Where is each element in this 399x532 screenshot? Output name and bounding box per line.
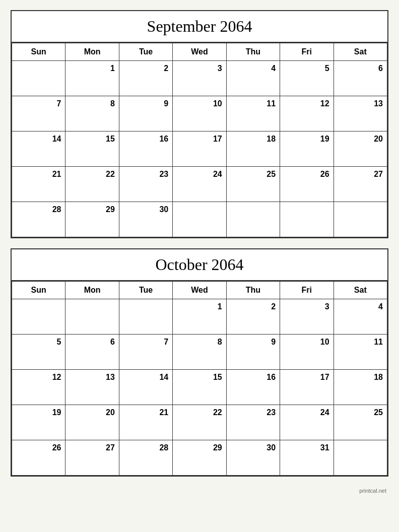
sep-day-cell: 19 (280, 131, 334, 167)
sep-day-cell (280, 202, 334, 237)
sep-day-cell: 4 (226, 61, 280, 96)
oct-week-5: 262728293031 (12, 440, 387, 476)
oct-header-tue: Tue (119, 282, 172, 299)
oct-header-sun: Sun (12, 282, 65, 299)
oct-day-cell: 21 (119, 405, 172, 440)
sep-day-cell (334, 202, 387, 237)
sep-header-fri: Fri (280, 43, 334, 61)
oct-day-cell: 22 (173, 405, 226, 440)
sep-week-3: 14151617181920 (12, 131, 387, 167)
oct-header-thu: Thu (226, 282, 280, 299)
sep-day-cell: 10 (173, 96, 226, 131)
oct-day-cell: 12 (12, 370, 65, 405)
sep-day-cell: 8 (65, 96, 119, 131)
oct-week-4: 19202122232425 (12, 405, 387, 440)
sep-day-cell (12, 61, 65, 96)
sep-day-cell: 25 (226, 167, 280, 202)
oct-day-cell: 11 (334, 335, 387, 370)
sep-day-cell: 24 (173, 167, 226, 202)
oct-week-2: 567891011 (12, 335, 387, 370)
sep-day-cell: 5 (280, 61, 334, 96)
sep-day-cell: 18 (226, 131, 280, 167)
sep-day-cell: 20 (334, 131, 387, 167)
sep-header-sat: Sat (334, 43, 387, 61)
sep-day-cell: 15 (65, 131, 119, 167)
oct-week-1: 1234 (12, 299, 387, 335)
sep-day-cell: 28 (12, 202, 65, 237)
sep-day-cell: 2 (119, 61, 172, 96)
sep-day-cell: 1 (65, 61, 119, 96)
sep-day-cell: 11 (226, 96, 280, 131)
oct-day-cell: 29 (173, 440, 226, 476)
oct-day-cell: 14 (119, 370, 172, 405)
sep-day-cell: 13 (334, 96, 387, 131)
oct-header-wed: Wed (173, 282, 226, 299)
oct-week-3: 12131415161718 (12, 370, 387, 405)
oct-day-cell: 2 (226, 299, 280, 335)
oct-day-cell: 3 (280, 299, 334, 335)
oct-day-cell: 10 (280, 335, 334, 370)
sep-header-sun: Sun (12, 43, 65, 61)
sep-header-wed: Wed (173, 43, 226, 61)
sep-day-cell: 29 (65, 202, 119, 237)
oct-day-cell: 28 (119, 440, 172, 476)
september-title: September 2064 (12, 11, 387, 43)
oct-day-cell (334, 440, 387, 476)
sep-day-cell: 21 (12, 167, 65, 202)
sep-day-cell: 6 (334, 61, 387, 96)
oct-day-cell: 20 (65, 405, 119, 440)
sep-day-cell: 23 (119, 167, 172, 202)
sep-day-cell: 30 (119, 202, 172, 237)
oct-day-cell: 8 (173, 335, 226, 370)
oct-day-cell: 4 (334, 299, 387, 335)
october-header-row: Sun Mon Tue Wed Thu Fri Sat (12, 282, 387, 299)
oct-day-cell: 6 (65, 335, 119, 370)
oct-day-cell: 24 (280, 405, 334, 440)
sep-day-cell: 22 (65, 167, 119, 202)
oct-day-cell: 15 (173, 370, 226, 405)
sep-day-cell: 27 (334, 167, 387, 202)
sep-week-5: 282930 (12, 202, 387, 237)
october-title: October 2064 (12, 249, 387, 281)
oct-header-sat: Sat (334, 282, 387, 299)
oct-day-cell (12, 299, 65, 335)
september-body: 1234567891011121314151617181920212223242… (12, 61, 387, 237)
sep-header-tue: Tue (119, 43, 172, 61)
watermark: printcal.net (11, 487, 388, 495)
sep-day-cell: 12 (280, 96, 334, 131)
september-calendar: September 2064 Sun Mon Tue Wed Thu Fri S… (11, 10, 388, 238)
oct-day-cell: 27 (65, 440, 119, 476)
oct-day-cell: 25 (334, 405, 387, 440)
sep-day-cell: 9 (119, 96, 172, 131)
oct-day-cell: 31 (280, 440, 334, 476)
sep-week-1: 123456 (12, 61, 387, 96)
sep-week-2: 78910111213 (12, 96, 387, 131)
sep-day-cell (173, 202, 226, 237)
sep-day-cell: 3 (173, 61, 226, 96)
oct-day-cell: 17 (280, 370, 334, 405)
oct-day-cell: 1 (173, 299, 226, 335)
oct-day-cell: 18 (334, 370, 387, 405)
oct-day-cell: 19 (12, 405, 65, 440)
sep-week-4: 21222324252627 (12, 167, 387, 202)
sep-day-cell: 16 (119, 131, 172, 167)
september-grid: Sun Mon Tue Wed Thu Fri Sat 123456789101… (12, 43, 387, 237)
october-grid: Sun Mon Tue Wed Thu Fri Sat 123456789101… (12, 281, 387, 476)
oct-day-cell: 5 (12, 335, 65, 370)
oct-day-cell: 26 (12, 440, 65, 476)
sep-day-cell: 17 (173, 131, 226, 167)
oct-day-cell (119, 299, 172, 335)
september-header-row: Sun Mon Tue Wed Thu Fri Sat (12, 43, 387, 61)
oct-day-cell (65, 299, 119, 335)
oct-day-cell: 23 (226, 405, 280, 440)
sep-header-mon: Mon (65, 43, 119, 61)
sep-day-cell (226, 202, 280, 237)
sep-day-cell: 14 (12, 131, 65, 167)
oct-day-cell: 7 (119, 335, 172, 370)
sep-header-thu: Thu (226, 43, 280, 61)
oct-day-cell: 16 (226, 370, 280, 405)
october-calendar: October 2064 Sun Mon Tue Wed Thu Fri Sat… (11, 248, 388, 477)
oct-day-cell: 30 (226, 440, 280, 476)
sep-day-cell: 7 (12, 96, 65, 131)
oct-header-fri: Fri (280, 282, 334, 299)
